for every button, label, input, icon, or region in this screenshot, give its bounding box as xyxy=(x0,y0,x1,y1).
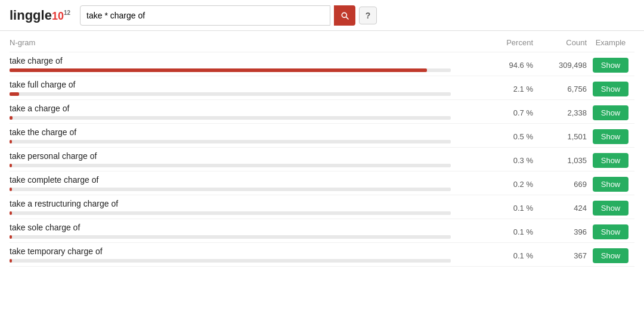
bar-track xyxy=(10,140,451,143)
count-cell: 367 xyxy=(533,251,587,260)
bar-fill xyxy=(10,116,13,120)
table-row: take sole charge of 0.1 % 396 Show xyxy=(10,219,634,243)
example-cell: Show xyxy=(587,177,634,192)
bar-track xyxy=(10,235,451,239)
logo-superscript: 12 xyxy=(64,9,70,15)
search-form: ? xyxy=(80,5,377,26)
logo: linggle1012 xyxy=(10,8,70,23)
search-button[interactable] xyxy=(334,5,355,26)
ngram-cell: take charge of xyxy=(10,56,479,74)
show-button[interactable]: Show xyxy=(593,248,629,263)
count-cell: 2,338 xyxy=(533,108,587,117)
ngram-text: take full charge of xyxy=(10,80,479,89)
ngram-text: take personal charge of xyxy=(10,151,479,161)
example-cell: Show xyxy=(587,224,634,239)
logo-text: linggle xyxy=(10,8,52,23)
ngram-cell: take temporary charge of xyxy=(10,246,479,265)
col-header-count: Count xyxy=(533,38,587,47)
table-header: N-gram Percent Count Example xyxy=(10,31,634,52)
example-cell: Show xyxy=(587,248,634,263)
count-cell: 396 xyxy=(533,227,587,236)
show-button[interactable]: Show xyxy=(593,82,629,96)
percent-cell: 0.1 % xyxy=(479,204,533,213)
show-button[interactable]: Show xyxy=(593,177,629,192)
percent-cell: 0.5 % xyxy=(479,132,533,141)
ngram-text: take charge of xyxy=(10,56,479,65)
example-cell: Show xyxy=(587,82,634,96)
table-row: take the charge of 0.5 % 1,501 Show xyxy=(10,124,634,148)
table-row: take temporary charge of 0.1 % 367 Show xyxy=(10,243,634,267)
ngram-cell: take personal charge of xyxy=(10,151,479,170)
count-cell: 669 xyxy=(533,180,587,189)
bar-track xyxy=(10,211,451,215)
table-row: take a restructuring charge of 0.1 % 424… xyxy=(10,195,634,219)
percent-cell: 0.2 % xyxy=(479,180,533,189)
bar-fill xyxy=(10,164,12,167)
percent-cell: 2.1 % xyxy=(479,85,533,93)
percent-cell: 0.1 % xyxy=(479,227,533,236)
table-body: take charge of 94.6 % 309,498 Show take … xyxy=(10,52,634,267)
example-cell: Show xyxy=(587,129,634,144)
count-cell: 1,035 xyxy=(533,156,587,165)
table-row: take full charge of 2.1 % 6,756 Show xyxy=(10,76,634,100)
show-button[interactable]: Show xyxy=(593,153,629,168)
search-input[interactable] xyxy=(80,5,330,26)
table-row: take complete charge of 0.2 % 669 Show xyxy=(10,171,634,195)
bar-track xyxy=(10,92,451,96)
col-header-ngram: N-gram xyxy=(10,38,479,47)
bar-fill xyxy=(10,259,12,263)
col-header-percent: Percent xyxy=(479,38,533,47)
count-cell: 424 xyxy=(533,204,587,213)
header: linggle1012 ? xyxy=(0,0,644,31)
ngram-cell: take sole charge of xyxy=(10,223,479,241)
percent-cell: 94.6 % xyxy=(479,61,533,70)
ngram-text: take complete charge of xyxy=(10,175,479,185)
bar-fill xyxy=(10,140,12,143)
count-cell: 309,498 xyxy=(533,61,587,70)
bar-fill xyxy=(10,92,19,96)
logo-ten: 10 xyxy=(52,10,64,22)
ngram-cell: take complete charge of xyxy=(10,175,479,193)
show-button[interactable]: Show xyxy=(593,201,629,216)
table-row: take personal charge of 0.3 % 1,035 Show xyxy=(10,148,634,171)
count-cell: 1,501 xyxy=(533,132,587,141)
example-cell: Show xyxy=(587,153,634,168)
ngram-text: take a restructuring charge of xyxy=(10,199,479,208)
percent-cell: 0.3 % xyxy=(479,156,533,165)
ngram-cell: take full charge of xyxy=(10,80,479,98)
bar-fill xyxy=(10,211,12,215)
show-button[interactable]: Show xyxy=(593,129,629,144)
ngram-cell: take a restructuring charge of xyxy=(10,199,479,217)
count-cell: 6,756 xyxy=(533,85,587,93)
show-button[interactable]: Show xyxy=(593,224,629,239)
ngram-text: take a charge of xyxy=(10,104,479,113)
search-icon xyxy=(340,11,349,20)
bar-track xyxy=(10,116,451,120)
table-row: take charge of 94.6 % 309,498 Show xyxy=(10,52,634,76)
bar-track xyxy=(10,188,451,191)
results-table: N-gram Percent Count Example take charge… xyxy=(0,31,644,267)
bar-track xyxy=(10,68,451,72)
bar-track xyxy=(10,259,451,263)
bar-fill xyxy=(10,188,12,191)
help-button[interactable]: ? xyxy=(359,7,377,24)
table-row: take a charge of 0.7 % 2,338 Show xyxy=(10,100,634,124)
ngram-text: take sole charge of xyxy=(10,223,479,232)
bar-fill xyxy=(10,235,12,239)
example-cell: Show xyxy=(587,201,634,216)
percent-cell: 0.1 % xyxy=(479,251,533,260)
example-cell: Show xyxy=(587,105,634,120)
bar-fill xyxy=(10,68,427,72)
percent-cell: 0.7 % xyxy=(479,108,533,117)
ngram-text: take temporary charge of xyxy=(10,246,479,256)
show-button[interactable]: Show xyxy=(593,105,629,120)
ngram-text: take the charge of xyxy=(10,127,479,137)
show-button[interactable]: Show xyxy=(593,58,629,73)
col-header-example: Example xyxy=(587,38,634,47)
bar-track xyxy=(10,164,451,167)
example-cell: Show xyxy=(587,58,634,73)
ngram-cell: take the charge of xyxy=(10,127,479,146)
ngram-cell: take a charge of xyxy=(10,104,479,122)
